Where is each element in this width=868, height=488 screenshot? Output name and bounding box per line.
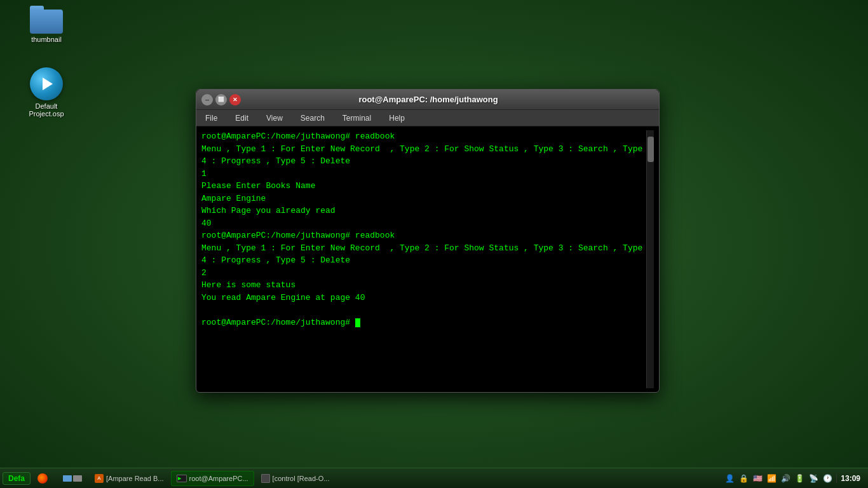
taskbar-item-terminal[interactable]: root@AmparePC...: [171, 471, 254, 486]
control-icon: [261, 474, 270, 483]
menu-file[interactable]: File: [201, 112, 221, 124]
menu-terminal[interactable]: Terminal: [339, 112, 375, 124]
terminal-content[interactable]: root@AmparePC:/home/juthawong# readbook …: [196, 126, 659, 392]
taskbar-item-firefox[interactable]: [32, 471, 56, 486]
ampare-icon: A: [95, 474, 104, 483]
terminal-text-area[interactable]: root@AmparePC:/home/juthawong# readbook …: [201, 130, 646, 388]
terminal-line-13: [201, 304, 646, 316]
taskbar-start-button[interactable]: Defa: [3, 472, 31, 485]
taskbar-tray: 👤 🔒 🇺🇸 📶 🔊 🔋 📡 🕐 13:09: [719, 473, 865, 484]
menu-view[interactable]: View: [262, 112, 287, 124]
titlebar-controls: [201, 94, 241, 105]
terminal-title: root@AmparePC: /home/juthawong: [241, 95, 616, 104]
play-icon: [30, 67, 63, 100]
taskbar: Defa A [Ampare Read B... root@AmparePC..…: [0, 468, 868, 488]
desktop-icon-default-project-label: Default Project.osp: [24, 102, 69, 118]
flag-icon[interactable]: 🇺🇸: [752, 473, 763, 484]
desktop-icon-thumbnail[interactable]: thumbnail: [21, 3, 72, 46]
terminal-scrollbar[interactable]: [646, 130, 654, 388]
taskbar-time: 13:09: [836, 474, 860, 483]
wifi-icon[interactable]: 📶: [766, 473, 776, 484]
scrollbar-thumb[interactable]: [648, 137, 654, 162]
taskbar-item-control-label: [control [Read-O...: [273, 475, 330, 482]
terminal-window: root@AmparePC: /home/juthawong File Edit…: [196, 89, 660, 393]
desktop: thumbnail Default Project.osp root@Ampar…: [0, 0, 868, 488]
taskbar-item-files[interactable]: [57, 471, 88, 486]
files-icon: [63, 475, 72, 482]
terminal-titlebar: root@AmparePC: /home/juthawong: [196, 90, 659, 110]
taskbar-item-control[interactable]: [control [Read-O...: [255, 471, 336, 486]
taskbar-item-ampare-label: [Ampare Read B...: [106, 475, 164, 482]
taskbar-item-terminal-label: root@AmparePC...: [189, 475, 248, 482]
lock-icon[interactable]: 🔒: [738, 473, 749, 484]
taskbar-item-ampare[interactable]: A [Ampare Read B...: [89, 471, 170, 486]
battery-icon[interactable]: 🔋: [794, 473, 804, 484]
cursor-blink: [355, 318, 360, 327]
folder-icon: [30, 6, 63, 34]
terminal-line-3: 1: [201, 168, 646, 180]
terminal-line-6: Which Page you already read: [201, 205, 646, 217]
terminal-line-7: 40: [201, 217, 646, 230]
clock-icon: 🕐: [822, 473, 832, 484]
menu-edit[interactable]: Edit: [231, 112, 252, 124]
terminal-line-2: Menu , Type 1 : For Enter New Record , T…: [201, 143, 646, 168]
terminal-line-9: Menu , Type 1 : For Enter New Record , T…: [201, 242, 646, 267]
close-button[interactable]: [229, 94, 241, 105]
bluetooth-icon[interactable]: 📡: [808, 473, 818, 484]
firefox-icon: [37, 473, 48, 484]
desktop-icon-default-project[interactable]: Default Project.osp: [21, 65, 72, 120]
menu-search[interactable]: Search: [297, 112, 329, 124]
terminal-menubar: File Edit View Search Terminal Help: [196, 110, 659, 126]
terminal-line-8: root@AmparePC:/home/juthawong# readbook: [201, 229, 646, 242]
menu-help[interactable]: Help: [385, 112, 409, 124]
terminal-icon: [177, 475, 187, 482]
user-icon[interactable]: 👤: [724, 473, 735, 484]
maximize-button[interactable]: [215, 94, 227, 105]
terminal-prompt: root@AmparePC:/home/juthawong#: [201, 316, 646, 329]
terminal-line-10: 2: [201, 267, 646, 280]
terminal-line-5: Ampare Engine: [201, 193, 646, 205]
files2-icon: [73, 475, 82, 482]
volume-icon[interactable]: 🔊: [780, 473, 790, 484]
desktop-icon-thumbnail-label: thumbnail: [31, 36, 62, 43]
terminal-line-1: root@AmparePC:/home/juthawong# readbook: [201, 130, 646, 143]
terminal-line-11: Here is some status: [201, 279, 646, 292]
terminal-line-12: You read Ampare Engine at page 40: [201, 292, 646, 304]
minimize-button[interactable]: [201, 94, 213, 105]
terminal-line-4: Please Enter Books Name: [201, 180, 646, 193]
